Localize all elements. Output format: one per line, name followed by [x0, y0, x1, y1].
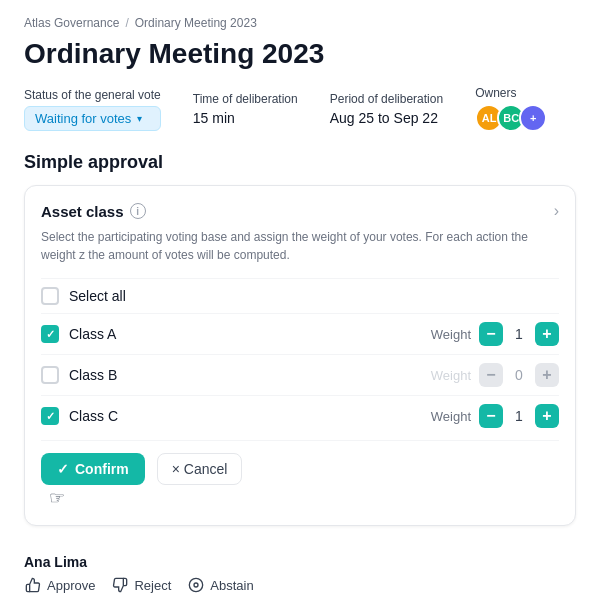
- deliberation-time-meta: Time of deliberation 15 min: [193, 92, 298, 126]
- reject-label: Reject: [134, 578, 171, 593]
- class-c-weight-control: Weight − 1 +: [431, 404, 559, 428]
- vote-abstain-button[interactable]: Abstain: [187, 576, 253, 594]
- card-action-row: ✓ Confirm × Cancel: [41, 440, 559, 485]
- card-description: Select the participating voting base and…: [41, 228, 559, 264]
- breadcrumb-current: Ordinary Meeting 2023: [135, 16, 257, 30]
- abstain-icon: [187, 576, 205, 594]
- class-b-row: Class B Weight − 0 +: [41, 354, 559, 395]
- cancel-x-icon: ×: [172, 461, 180, 477]
- owners-label: Owners: [475, 86, 547, 100]
- deliberation-time-value: 15 min: [193, 110, 298, 126]
- select-all-checkbox[interactable]: [41, 287, 59, 305]
- person-name: Ana Lima: [24, 554, 576, 570]
- class-c-label: Class C: [69, 408, 421, 424]
- class-a-weight-value: 1: [511, 326, 527, 342]
- confirm-button[interactable]: ✓ Confirm: [41, 453, 145, 485]
- confirm-check-icon: ✓: [57, 461, 69, 477]
- cursor-indicator: ☞: [41, 485, 71, 509]
- class-a-checkbox[interactable]: [41, 325, 59, 343]
- class-a-weight-control: Weight − 1 +: [431, 322, 559, 346]
- avatar: +: [519, 104, 547, 132]
- owners-meta: Owners AL BC +: [475, 86, 547, 132]
- class-a-weight-minus[interactable]: −: [479, 322, 503, 346]
- class-c-row: Class C Weight − 1 +: [41, 395, 559, 436]
- card-title-text: Asset class: [41, 203, 124, 220]
- class-b-weight-control: Weight − 0 +: [431, 363, 559, 387]
- status-meta: Status of the general vote Waiting for v…: [24, 88, 161, 131]
- class-c-weight-plus[interactable]: +: [535, 404, 559, 428]
- page-title: Ordinary Meeting 2023: [0, 38, 600, 86]
- deliberation-period-value: Aug 25 to Sep 22: [330, 110, 443, 126]
- class-b-weight-value: 0: [511, 367, 527, 383]
- section-title: Simple approval: [0, 152, 600, 185]
- vote-approve-button[interactable]: Approve: [24, 576, 95, 594]
- class-c-weight-minus[interactable]: −: [479, 404, 503, 428]
- card-header: Asset class i ›: [41, 202, 559, 220]
- reject-icon: [111, 576, 129, 594]
- chevron-right-icon[interactable]: ›: [554, 202, 559, 220]
- class-a-weight-plus[interactable]: +: [535, 322, 559, 346]
- breadcrumb-separator: /: [125, 16, 128, 30]
- vote-actions: ApproveRejectAbstain: [24, 576, 576, 594]
- status-badge[interactable]: Waiting for votes ▾: [24, 106, 161, 131]
- class-b-weight-plus[interactable]: +: [535, 363, 559, 387]
- weight-label-a: Weight: [431, 327, 471, 342]
- class-a-label: Class A: [69, 326, 421, 342]
- select-all-row: Select all: [41, 278, 559, 313]
- class-b-label: Class B: [69, 367, 421, 383]
- info-icon[interactable]: i: [130, 203, 146, 219]
- cancel-label: Cancel: [184, 461, 228, 477]
- confirm-label: Confirm: [75, 461, 129, 477]
- weight-label-c: Weight: [431, 409, 471, 424]
- persons-container: Ana LimaApproveRejectAbstainBreno de Cas…: [0, 542, 600, 600]
- asset-class-card: Asset class i › Select the participating…: [24, 185, 576, 526]
- deliberation-time-label: Time of deliberation: [193, 92, 298, 106]
- breadcrumb-root[interactable]: Atlas Governance: [24, 16, 119, 30]
- card-title: Asset class i: [41, 203, 146, 220]
- meta-row: Status of the general vote Waiting for v…: [0, 86, 600, 152]
- class-c-checkbox[interactable]: [41, 407, 59, 425]
- approve-label: Approve: [47, 578, 95, 593]
- svg-point-1: [194, 583, 198, 587]
- deliberation-period-label: Period of deliberation: [330, 92, 443, 106]
- breadcrumb: Atlas Governance / Ordinary Meeting 2023: [0, 0, 600, 38]
- class-a-row: Class A Weight − 1 +: [41, 313, 559, 354]
- vote-reject-button[interactable]: Reject: [111, 576, 171, 594]
- class-b-checkbox[interactable]: [41, 366, 59, 384]
- class-c-weight-value: 1: [511, 408, 527, 424]
- status-value: Waiting for votes: [35, 111, 131, 126]
- status-label: Status of the general vote: [24, 88, 161, 102]
- owners-avatars: AL BC +: [475, 104, 547, 132]
- person-section-0: Ana LimaApproveRejectAbstain: [0, 542, 600, 598]
- chevron-down-icon: ▾: [137, 113, 142, 124]
- weight-label-b: Weight: [431, 368, 471, 383]
- approve-icon: [24, 576, 42, 594]
- select-all-label: Select all: [69, 288, 559, 304]
- svg-point-0: [190, 578, 203, 591]
- cancel-button[interactable]: × Cancel: [157, 453, 243, 485]
- class-b-weight-minus[interactable]: −: [479, 363, 503, 387]
- deliberation-period-meta: Period of deliberation Aug 25 to Sep 22: [330, 92, 443, 126]
- abstain-label: Abstain: [210, 578, 253, 593]
